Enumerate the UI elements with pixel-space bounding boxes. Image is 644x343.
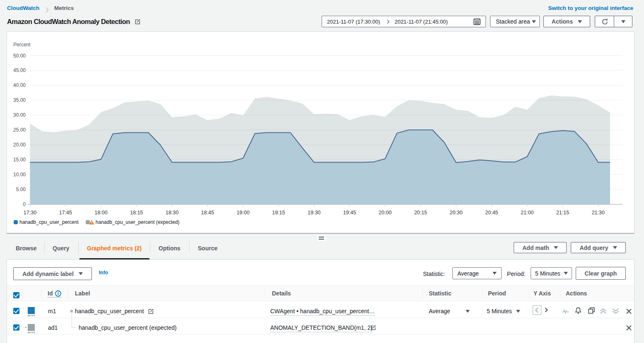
svg-text:0: 0 [23,201,26,207]
svg-text:19:45: 19:45 [343,210,356,216]
svg-text:20:00: 20:00 [379,210,392,216]
svg-text:5.00: 5.00 [16,187,26,192]
svg-text:17:45: 17:45 [59,210,72,216]
svg-text:19:30: 19:30 [308,210,320,216]
svg-text:35.00: 35.00 [13,97,26,103]
svg-text:18:30: 18:30 [166,210,178,216]
svg-text:40.00: 40.00 [13,82,26,88]
svg-text:18:45: 18:45 [201,210,214,216]
svg-text:20:45: 20:45 [485,210,498,216]
svg-text:21:30: 21:30 [592,210,605,216]
svg-text:17:30: 17:30 [24,210,36,216]
svg-text:Percent: Percent [13,42,31,48]
svg-text:18:00: 18:00 [94,210,107,216]
svg-text:30.00: 30.00 [13,112,26,118]
svg-text:20:30: 20:30 [449,210,462,216]
svg-text:19:15: 19:15 [272,210,285,216]
svg-text:20:15: 20:15 [414,210,427,216]
svg-text:20.00: 20.00 [13,142,26,148]
svg-text:18:15: 18:15 [130,210,143,216]
svg-text:21:00: 21:00 [521,210,533,216]
svg-text:21:15: 21:15 [556,210,569,216]
svg-text:15.00: 15.00 [13,157,26,163]
svg-text:50.00: 50.00 [13,53,26,59]
svg-text:25.00: 25.00 [13,127,26,133]
svg-text:45.00: 45.00 [13,67,26,73]
svg-text:10.00: 10.00 [13,172,26,177]
svg-text:19:00: 19:00 [237,210,250,216]
